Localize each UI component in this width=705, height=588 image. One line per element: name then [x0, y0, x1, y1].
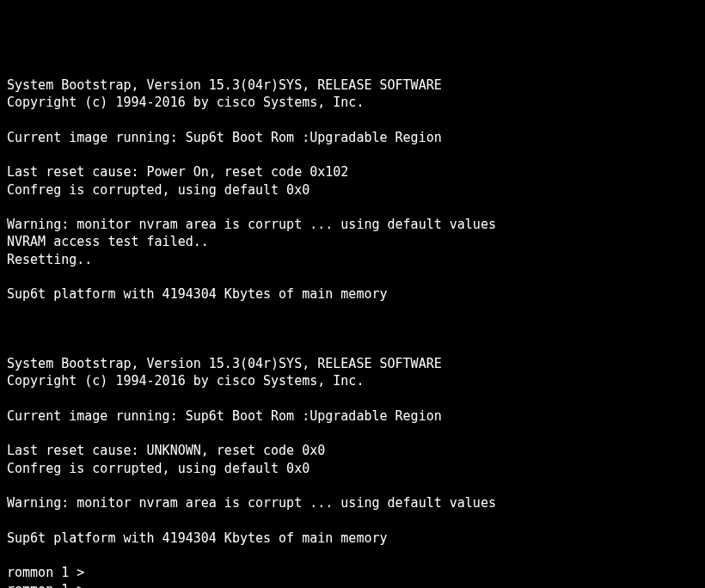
terminal-output[interactable]: System Bootstrap, Version 15.3(04r)SYS, … [7, 77, 698, 588]
